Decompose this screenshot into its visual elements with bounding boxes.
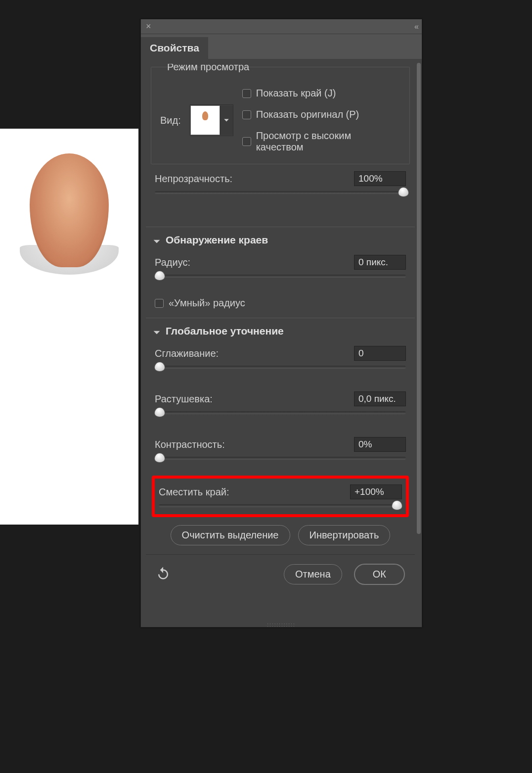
chevron-down-icon [223,117,229,123]
slider-handle-icon[interactable] [154,362,165,372]
global-refine-title: Глобальное уточнение [166,325,284,337]
checkbox-icon [155,299,164,308]
show-edge-label: Показать край (J) [256,88,336,99]
smooth-slider[interactable] [155,366,406,369]
reset-icon[interactable] [156,566,171,583]
panel-footer: Отмена ОК [146,555,415,594]
view-label: Вид: [160,115,181,126]
feather-row: Растушевка: 0,0 пикс. [155,387,406,406]
panel-body: Режим просмотра Вид: Пок [141,59,422,622]
resize-grip[interactable]: :::::::::::: [141,622,422,627]
shift-edge-row: Сместить край: +100% [159,481,402,499]
selection-buttons: Очистить выделение Инвертировать [146,517,415,555]
slider-handle-icon[interactable] [398,187,409,197]
panel-scroll: Режим просмотра Вид: Пок [146,64,417,622]
panel-scrollbar[interactable] [417,63,421,586]
close-panel-icon[interactable]: × [146,21,151,32]
clear-selection-button[interactable]: Очистить выделение [171,525,290,545]
smart-radius-checkbox[interactable]: «Умный» радиус [155,297,406,309]
opacity-row: Непрозрачность: 100% [155,167,406,186]
shift-edge-highlight: Сместить край: +100% [152,476,409,517]
view-thumbnail-select[interactable] [190,104,233,136]
checkbox-icon [242,110,251,119]
subject-face [30,153,109,267]
smart-radius-label: «Умный» радиус [169,297,245,309]
edge-detection-title: Обнаружение краев [166,234,268,246]
show-original-checkbox[interactable]: Показать оригинал (P) [242,109,400,120]
feather-value[interactable]: 0,0 пикс. [354,391,406,406]
smooth-label: Сглаживание: [155,348,219,359]
radius-row: Радиус: 0 пикс. [155,251,406,270]
show-original-label: Показать оригинал (P) [256,109,359,120]
invert-button[interactable]: Инвертировать [298,525,391,545]
opacity-label: Непрозрачность: [155,173,232,185]
high-quality-checkbox[interactable]: Просмотр с высоким качеством [242,130,400,153]
collapse-panel-icon[interactable]: « [414,22,419,31]
feather-label: Растушевка: [155,393,213,405]
contrast-row: Контрастность: 0% [155,433,406,452]
view-thumbnail-caret[interactable] [220,105,233,135]
thumbnail-face-icon [202,111,208,120]
slider-handle-icon[interactable] [154,453,165,463]
canvas[interactable] [0,129,138,525]
contrast-value[interactable]: 0% [354,437,406,452]
high-quality-label: Просмотр с высоким качеством [256,130,400,153]
grip-icon: :::::::::::: [267,622,295,628]
checkbox-icon [242,89,251,98]
opacity-slider[interactable] [155,191,406,194]
panel-header: × « [141,19,422,34]
view-thumbnail [190,105,220,135]
shift-edge-value[interactable]: +100% [350,484,402,499]
smooth-value[interactable]: 0 [354,346,406,361]
contrast-label: Контрастность: [155,439,225,450]
global-refine-header[interactable]: Глобальное уточнение [146,318,415,342]
slider-handle-icon[interactable] [154,271,165,281]
contrast-slider[interactable] [155,457,406,460]
shift-edge-slider[interactable] [159,504,402,507]
radius-label: Радиус: [155,257,190,268]
properties-panel: × « Свойства Режим просмотра Вид: [140,19,422,628]
tab-properties[interactable]: Свойства [141,37,208,59]
radius-slider[interactable] [155,275,406,278]
feather-slider[interactable] [155,411,406,414]
show-edge-checkbox[interactable]: Показать край (J) [242,88,400,99]
chevron-down-icon [153,327,161,335]
opacity-value[interactable]: 100% [354,171,406,186]
edge-detection-header[interactable]: Обнаружение краев [146,227,415,251]
chevron-down-icon [153,236,161,244]
checkbox-icon [242,137,251,146]
ok-button[interactable]: ОК [354,564,405,585]
view-mode-group: Режим просмотра Вид: Пок [151,67,410,164]
smooth-row: Сглаживание: 0 [155,342,406,361]
slider-handle-icon[interactable] [392,500,402,510]
tab-bar: Свойства [141,34,422,59]
scrollbar-thumb[interactable] [417,63,421,534]
cancel-button[interactable]: Отмена [284,564,342,584]
slider-handle-icon[interactable] [154,407,165,417]
radius-value[interactable]: 0 пикс. [354,255,406,270]
shift-edge-label: Сместить край: [159,486,229,498]
